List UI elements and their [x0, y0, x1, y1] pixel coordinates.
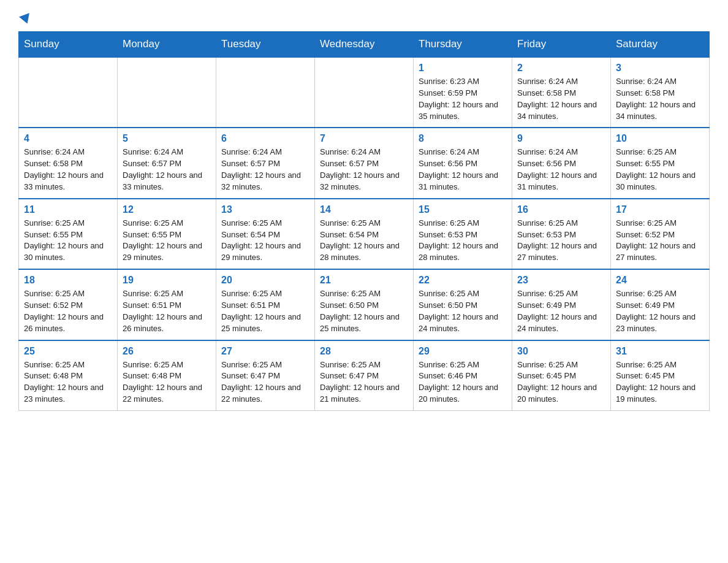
calendar-cell: 29Sunrise: 6:25 AMSunset: 6:46 PMDayligh… [414, 340, 512, 411]
day-number: 11 [24, 204, 112, 215]
day-number: 26 [123, 346, 211, 357]
calendar-cell: 15Sunrise: 6:25 AMSunset: 6:53 PMDayligh… [414, 199, 512, 269]
calendar-cell: 18Sunrise: 6:25 AMSunset: 6:52 PMDayligh… [19, 269, 118, 340]
day-number: 8 [419, 133, 507, 144]
day-number: 9 [517, 133, 605, 144]
day-number: 20 [221, 275, 309, 286]
calendar-cell: 19Sunrise: 6:25 AMSunset: 6:51 PMDayligh… [118, 269, 216, 340]
day-info: Sunrise: 6:24 AMSunset: 6:58 PMDaylight:… [24, 147, 112, 193]
calendar-table: SundayMondayTuesdayWednesdayThursdayFrid… [18, 31, 710, 411]
week-row-2: 4Sunrise: 6:24 AMSunset: 6:58 PMDaylight… [19, 128, 710, 198]
day-number: 28 [320, 346, 408, 357]
calendar-cell: 14Sunrise: 6:25 AMSunset: 6:54 PMDayligh… [315, 199, 414, 269]
weekday-header-tuesday: Tuesday [216, 32, 315, 58]
calendar-cell: 3Sunrise: 6:24 AMSunset: 6:58 PMDaylight… [611, 57, 710, 128]
calendar-cell [315, 57, 414, 128]
day-number: 14 [320, 204, 408, 215]
calendar-cell: 22Sunrise: 6:25 AMSunset: 6:50 PMDayligh… [414, 269, 512, 340]
day-number: 27 [221, 346, 309, 357]
week-row-1: 1Sunrise: 6:23 AMSunset: 6:59 PMDaylight… [19, 57, 710, 128]
day-info: Sunrise: 6:25 AMSunset: 6:50 PMDaylight:… [419, 288, 507, 334]
calendar-cell: 8Sunrise: 6:24 AMSunset: 6:56 PMDaylight… [414, 128, 512, 198]
calendar-cell [118, 57, 216, 128]
day-number: 10 [616, 133, 704, 144]
day-info: Sunrise: 6:25 AMSunset: 6:45 PMDaylight:… [517, 359, 605, 405]
calendar-cell: 2Sunrise: 6:24 AMSunset: 6:58 PMDaylight… [512, 57, 611, 128]
calendar-cell: 12Sunrise: 6:25 AMSunset: 6:55 PMDayligh… [118, 199, 216, 269]
day-info: Sunrise: 6:25 AMSunset: 6:52 PMDaylight:… [616, 218, 704, 264]
calendar-cell: 31Sunrise: 6:25 AMSunset: 6:45 PMDayligh… [611, 340, 710, 411]
calendar-cell [19, 57, 118, 128]
day-number: 23 [517, 275, 605, 286]
day-number: 22 [419, 275, 507, 286]
day-info: Sunrise: 6:25 AMSunset: 6:55 PMDaylight:… [24, 218, 112, 264]
day-number: 3 [616, 63, 704, 74]
logo [18, 12, 32, 20]
day-number: 13 [221, 204, 309, 215]
calendar-header-row: SundayMondayTuesdayWednesdayThursdayFrid… [19, 32, 710, 58]
day-number: 29 [419, 346, 507, 357]
calendar-cell: 21Sunrise: 6:25 AMSunset: 6:50 PMDayligh… [315, 269, 414, 340]
day-number: 31 [616, 346, 704, 357]
day-info: Sunrise: 6:25 AMSunset: 6:50 PMDaylight:… [320, 288, 408, 334]
day-number: 7 [320, 133, 408, 144]
day-info: Sunrise: 6:25 AMSunset: 6:55 PMDaylight:… [616, 147, 704, 193]
calendar-cell: 10Sunrise: 6:25 AMSunset: 6:55 PMDayligh… [611, 128, 710, 198]
day-info: Sunrise: 6:25 AMSunset: 6:48 PMDaylight:… [24, 359, 112, 405]
calendar-cell [216, 57, 315, 128]
day-info: Sunrise: 6:25 AMSunset: 6:53 PMDaylight:… [419, 218, 507, 264]
calendar-cell: 13Sunrise: 6:25 AMSunset: 6:54 PMDayligh… [216, 199, 315, 269]
day-number: 15 [419, 204, 507, 215]
day-info: Sunrise: 6:25 AMSunset: 6:51 PMDaylight:… [123, 288, 211, 334]
calendar-cell: 30Sunrise: 6:25 AMSunset: 6:45 PMDayligh… [512, 340, 611, 411]
day-info: Sunrise: 6:25 AMSunset: 6:48 PMDaylight:… [123, 359, 211, 405]
day-info: Sunrise: 6:25 AMSunset: 6:45 PMDaylight:… [616, 359, 704, 405]
day-info: Sunrise: 6:25 AMSunset: 6:47 PMDaylight:… [320, 359, 408, 405]
day-info: Sunrise: 6:25 AMSunset: 6:47 PMDaylight:… [221, 359, 309, 405]
calendar-cell: 16Sunrise: 6:25 AMSunset: 6:53 PMDayligh… [512, 199, 611, 269]
day-info: Sunrise: 6:25 AMSunset: 6:55 PMDaylight:… [123, 218, 211, 264]
day-number: 6 [221, 133, 309, 144]
day-number: 25 [24, 346, 112, 357]
calendar-cell: 7Sunrise: 6:24 AMSunset: 6:57 PMDaylight… [315, 128, 414, 198]
day-number: 16 [517, 204, 605, 215]
calendar-cell: 26Sunrise: 6:25 AMSunset: 6:48 PMDayligh… [118, 340, 216, 411]
day-number: 21 [320, 275, 408, 286]
day-info: Sunrise: 6:24 AMSunset: 6:58 PMDaylight:… [517, 76, 605, 122]
day-info: Sunrise: 6:25 AMSunset: 6:53 PMDaylight:… [517, 218, 605, 264]
day-number: 17 [616, 204, 704, 215]
day-number: 18 [24, 275, 112, 286]
day-info: Sunrise: 6:25 AMSunset: 6:54 PMDaylight:… [320, 218, 408, 264]
weekday-header-sunday: Sunday [19, 32, 118, 58]
calendar-cell: 23Sunrise: 6:25 AMSunset: 6:49 PMDayligh… [512, 269, 611, 340]
day-number: 5 [123, 133, 211, 144]
calendar-cell: 4Sunrise: 6:24 AMSunset: 6:58 PMDaylight… [19, 128, 118, 198]
calendar-cell: 1Sunrise: 6:23 AMSunset: 6:59 PMDaylight… [414, 57, 512, 128]
day-info: Sunrise: 6:24 AMSunset: 6:57 PMDaylight:… [320, 147, 408, 193]
day-info: Sunrise: 6:24 AMSunset: 6:57 PMDaylight:… [221, 147, 309, 193]
day-info: Sunrise: 6:23 AMSunset: 6:59 PMDaylight:… [419, 76, 507, 122]
day-info: Sunrise: 6:24 AMSunset: 6:58 PMDaylight:… [616, 76, 704, 122]
calendar-cell: 24Sunrise: 6:25 AMSunset: 6:49 PMDayligh… [611, 269, 710, 340]
day-number: 12 [123, 204, 211, 215]
day-info: Sunrise: 6:24 AMSunset: 6:57 PMDaylight:… [123, 147, 211, 193]
calendar-cell: 9Sunrise: 6:24 AMSunset: 6:56 PMDaylight… [512, 128, 611, 198]
calendar-cell: 28Sunrise: 6:25 AMSunset: 6:47 PMDayligh… [315, 340, 414, 411]
day-number: 1 [419, 63, 507, 74]
day-number: 19 [123, 275, 211, 286]
page-header [18, 12, 710, 20]
day-info: Sunrise: 6:25 AMSunset: 6:49 PMDaylight:… [517, 288, 605, 334]
calendar-cell: 25Sunrise: 6:25 AMSunset: 6:48 PMDayligh… [19, 340, 118, 411]
calendar-cell: 27Sunrise: 6:25 AMSunset: 6:47 PMDayligh… [216, 340, 315, 411]
weekday-header-thursday: Thursday [414, 32, 512, 58]
day-info: Sunrise: 6:25 AMSunset: 6:51 PMDaylight:… [221, 288, 309, 334]
calendar-cell: 20Sunrise: 6:25 AMSunset: 6:51 PMDayligh… [216, 269, 315, 340]
day-info: Sunrise: 6:25 AMSunset: 6:46 PMDaylight:… [419, 359, 507, 405]
week-row-5: 25Sunrise: 6:25 AMSunset: 6:48 PMDayligh… [19, 340, 710, 411]
calendar-cell: 11Sunrise: 6:25 AMSunset: 6:55 PMDayligh… [19, 199, 118, 269]
weekday-header-monday: Monday [118, 32, 216, 58]
day-number: 2 [517, 63, 605, 74]
weekday-header-wednesday: Wednesday [315, 32, 414, 58]
day-info: Sunrise: 6:25 AMSunset: 6:52 PMDaylight:… [24, 288, 112, 334]
week-row-3: 11Sunrise: 6:25 AMSunset: 6:55 PMDayligh… [19, 199, 710, 269]
